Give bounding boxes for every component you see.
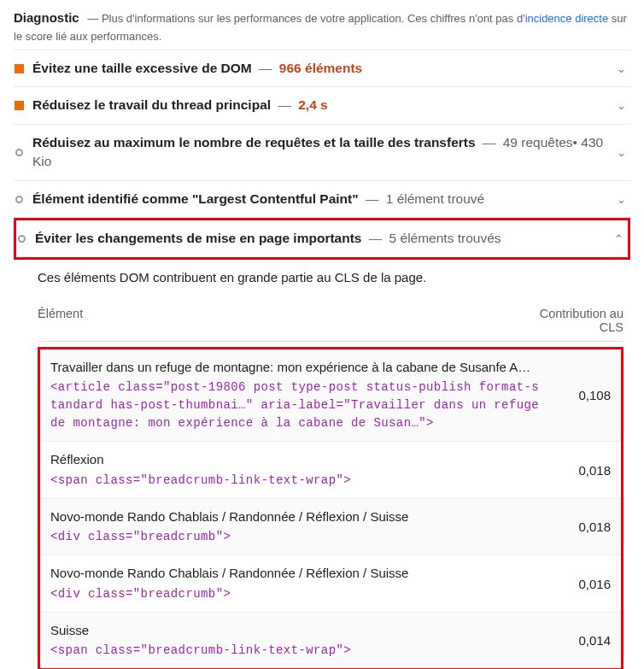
audit-description: Ces éléments DOM contribuent en grande p…	[14, 260, 630, 291]
diagnostic-link[interactable]: incidence directe	[525, 12, 609, 25]
cls-value: 0,018	[542, 463, 611, 478]
dash: —	[366, 191, 379, 206]
dash: —	[259, 61, 272, 75]
chevron-down-icon: ⌄	[617, 146, 630, 159]
audit-title: Réduisez le travail du thread principal	[32, 97, 271, 112]
audit-requests[interactable]: Réduisez au maximum le nombre de requête…	[14, 125, 630, 181]
audit-title: Évitez une taille excessive de DOM	[32, 61, 252, 75]
circle-icon	[16, 234, 26, 244]
table-row: Suisse <span class="breadcrumb-link-text…	[40, 613, 621, 669]
diagnostic-header: Diagnostic — Plus d'informations sur les…	[14, 0, 630, 50]
table-rows-highlight: Travailler dans un refuge de montagne: m…	[38, 347, 624, 669]
audit-title: Élément identifié comme "Largest Content…	[32, 191, 359, 206]
audit-metric: 2,4 s	[298, 97, 327, 112]
cls-value: 0,108	[542, 388, 611, 402]
element-code: <span class="breadcrumb-link-text-wrap">	[50, 642, 542, 660]
audit-metric: 966 éléments	[279, 61, 362, 75]
audit-dom-size[interactable]: Évitez une taille excessive de DOM — 966…	[14, 50, 630, 87]
cls-value: 0,014	[542, 633, 611, 648]
element-label: Suisse	[50, 623, 89, 637]
element-label: Travailler dans un refuge de montagne: m…	[50, 360, 530, 374]
table-row: Travailler dans un refuge de montagne: m…	[40, 349, 621, 443]
audit-detail: 1 élément trouvé	[386, 191, 484, 206]
element-label: Réflexion	[50, 452, 104, 467]
chevron-down-icon: ⌄	[617, 99, 630, 112]
dash: —	[87, 12, 98, 25]
table-header: Élément Contribution au CLS	[38, 307, 624, 342]
element-label: Novo-monde Rando Chablais / Randonnée / …	[50, 566, 408, 580]
cls-table: Élément Contribution au CLS Travailler d…	[38, 307, 624, 669]
element-code: <span class="breadcrumb-link-text-wrap">	[50, 472, 542, 490]
element-code: <div class="breadcrumb">	[50, 585, 542, 603]
dash: —	[483, 135, 496, 150]
circle-icon	[14, 194, 24, 204]
cls-value: 0,016	[542, 577, 611, 591]
audit-detail: 5 éléments trouvés	[389, 231, 501, 245]
col-element: Élément	[38, 307, 521, 334]
circle-icon	[14, 147, 24, 157]
chevron-down-icon: ⌄	[617, 193, 630, 206]
cls-value: 0,018	[542, 519, 611, 534]
element-code: <article class="post-19806 post type-pos…	[50, 379, 542, 432]
dash: —	[278, 97, 291, 112]
square-icon	[14, 63, 24, 73]
diagnostic-title: Diagnostic	[14, 10, 79, 25]
element-code: <div class="breadcrumb">	[50, 528, 542, 546]
table-row: Réflexion <span class="breadcrumb-link-t…	[40, 442, 621, 499]
chevron-down-icon: ⌄	[617, 62, 630, 75]
audit-list: Évitez une taille excessive de DOM — 966…	[14, 50, 630, 260]
square-icon	[14, 101, 24, 111]
table-row: Novo-monde Rando Chablais / Randonnée / …	[40, 555, 621, 613]
audit-layout-shift[interactable]: Éviter les changements de mise en page i…	[14, 218, 630, 259]
element-label: Novo-monde Rando Chablais / Randonnée / …	[50, 509, 408, 524]
table-row: Novo-monde Rando Chablais / Randonnée / …	[40, 499, 621, 556]
diagnostic-text: Plus d'informations sur les performances…	[102, 12, 525, 25]
audit-main-thread[interactable]: Réduisez le travail du thread principal …	[14, 87, 630, 124]
audit-title: Réduisez au maximum le nombre de requête…	[32, 135, 476, 150]
audit-title: Éviter les changements de mise en page i…	[35, 231, 361, 245]
chevron-up-icon: ⌃	[614, 232, 628, 245]
audit-lcp-element[interactable]: Élément identifié comme "Largest Content…	[14, 181, 630, 218]
col-cls: Contribution au CLS	[521, 307, 624, 334]
dash: —	[369, 231, 383, 245]
